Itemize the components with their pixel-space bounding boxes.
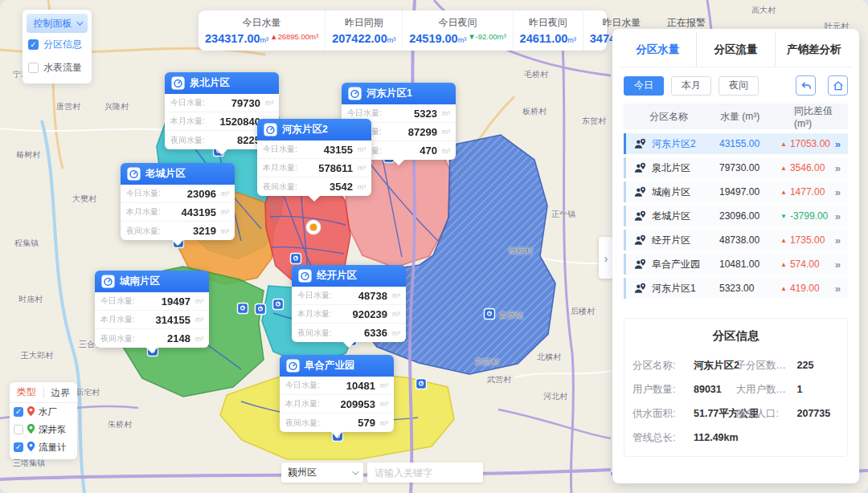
popup-metric-label: 本月水量:: [285, 398, 330, 409]
popup-metric-row: 本月水量:578611m³: [257, 159, 371, 177]
layer-toggle-水表流量[interactable]: 水表流量: [27, 56, 88, 79]
panel-collapse-handle[interactable]: ›: [599, 237, 613, 279]
checkbox-icon[interactable]: [14, 425, 23, 434]
stat-label: 今日水量: [205, 16, 318, 30]
popup-metric-value: 314155: [145, 314, 190, 326]
meter-marker-icon[interactable]: [416, 379, 427, 389]
row-yoy-value: 1477.00: [790, 186, 825, 198]
filter-month[interactable]: 本月: [671, 76, 711, 96]
map-legend: 类型 边界 ✓水厂深井泵✓流量计: [10, 382, 77, 459]
checkbox-icon[interactable]: ✓: [28, 39, 39, 50]
popup-metric-value: 1520840: [215, 116, 260, 128]
stats-bar: 今日水量234317.00m³▲26895.00m³昨日同期207422.00m…: [199, 10, 607, 51]
stat-昨日同期: 昨日同期207422.00m³: [325, 10, 402, 51]
map-label: 兴隆村: [104, 101, 129, 112]
selected-marker-icon[interactable]: [306, 220, 321, 234]
legend-tab-boundary[interactable]: 边界: [43, 387, 78, 398]
map-label: 高大村: [751, 5, 776, 16]
arrow-down-icon: ▼: [780, 213, 787, 220]
meter-marker-icon[interactable]: [238, 304, 248, 314]
legend-item-流量计[interactable]: ✓流量计: [10, 438, 77, 456]
popup-metric-unit: m³: [387, 291, 400, 299]
map-pin-icon: [26, 441, 36, 454]
popup-metric-value: 87299: [392, 126, 437, 138]
legend-item-深井泵[interactable]: 深井泵: [10, 421, 77, 438]
checkbox-icon[interactable]: ✓: [14, 407, 23, 417]
undo-button[interactable]: [796, 75, 816, 96]
time-filters: 今日 本月 夜间: [624, 75, 848, 96]
popup-metric-value: 443195: [171, 206, 216, 218]
control-panel-toggle[interactable]: 控制面板: [27, 14, 88, 33]
row-district-name: 城南片区: [652, 185, 719, 199]
stat-number: 24611.00: [520, 32, 568, 45]
district-popup[interactable]: 城南片区今日水量:19497m³本月水量:314155m³夜间水量:2148m³: [95, 271, 209, 352]
legend-tabs: 类型 边界: [10, 382, 77, 403]
district-popup-title: 城南片区: [120, 275, 160, 288]
district-popup-title: 老城片区: [145, 167, 186, 181]
table-row-老城片区[interactable]: 老城片区23096.00▼-3799.00»: [624, 206, 848, 226]
popup-metric-value: 79730: [215, 97, 260, 109]
legend-item-水厂[interactable]: ✓水厂: [10, 403, 77, 421]
undo-icon: [800, 80, 812, 92]
row-yoy-diff: ▲17053.00: [780, 138, 835, 149]
tab-nrw-analysis[interactable]: 产销差分析: [775, 32, 853, 67]
row-volume-value: 19497.00: [719, 186, 780, 198]
row-yoy-value: 574.00: [790, 259, 820, 270]
map-label: 博桥村: [509, 246, 533, 257]
row-yoy-diff: ▲1477.00: [780, 186, 835, 198]
info-field-value: 河东片区2: [694, 359, 739, 373]
district-marker-icon: [633, 258, 647, 271]
table-header: 分区名称 水量 (m³) 同比差值 (m³): [624, 104, 848, 129]
arrow-up-icon: ▲: [780, 261, 787, 268]
tab-partition-flow[interactable]: 分区流量: [696, 32, 774, 67]
chevron-down-icon: [352, 468, 358, 475]
row-district-name: 河东片区1: [652, 282, 719, 295]
district-popup[interactable]: 阜合产业园今日水量:10481m³本月水量:209953m³夜间水量:579m³: [280, 355, 394, 436]
legend-tab-type[interactable]: 类型: [10, 385, 43, 399]
popup-metric-label: 今日水量:: [126, 188, 171, 199]
district-popup[interactable]: 经开片区今日水量:48738m³本月水量:920239m³夜间水量:6336m³: [292, 265, 406, 346]
filter-night[interactable]: 夜间: [719, 76, 759, 96]
meter-marker-icon[interactable]: [291, 254, 301, 264]
home-button[interactable]: [828, 75, 848, 96]
row-volume-value: 23096.00: [719, 210, 780, 222]
district-popup[interactable]: 河东片区2今日水量:43155m³本月水量:578611m³夜间水量:3542m…: [257, 119, 371, 200]
row-yoy-diff: ▲419.00: [780, 283, 835, 294]
district-popup-body: 今日水量:48738m³本月水量:920239m³夜间水量:6336m³: [292, 287, 406, 342]
row-district-name: 老城片区: [652, 210, 719, 223]
filter-today[interactable]: 今日: [624, 76, 664, 96]
table-row-河东片区2[interactable]: 河东片区243155.00▲17053.00»: [624, 133, 848, 154]
meter-marker-icon[interactable]: [256, 304, 266, 315]
table-row-城南片区[interactable]: 城南片区19497.00▲1477.00»: [624, 181, 848, 202]
tab-partition-volume[interactable]: 分区水量: [619, 32, 696, 67]
map-pin-icon: [26, 405, 36, 418]
table-row-泉北片区[interactable]: 泉北片区79730.00▲3546.00»: [624, 157, 848, 178]
layer-toggle-分区信息[interactable]: ✓分区信息: [27, 33, 88, 56]
map-label: 朱桥村: [108, 419, 132, 430]
popup-metric-label: 夜间水量:: [297, 328, 342, 339]
table-row-阜合产业园[interactable]: 阜合产业园10481.00▲574.00»: [624, 254, 848, 275]
checkbox-icon[interactable]: ✓: [14, 442, 23, 452]
district-popup-header: 老城片区: [121, 163, 235, 185]
row-yoy-diff: ▲3546.00: [780, 162, 835, 173]
info-field-label: 用户数量:: [633, 383, 694, 397]
checkbox-icon[interactable]: [28, 63, 39, 73]
info-field: 分区名称:河东片区2: [633, 353, 736, 377]
info-field-label: 管线总长:: [633, 431, 694, 445]
map-pin-icon: [26, 423, 36, 436]
popup-metric-value: 43155: [308, 144, 353, 156]
popup-metric-value: 10481: [330, 380, 375, 392]
district-select[interactable]: 颍州区: [281, 462, 363, 483]
info-field-label: 分区名称:: [633, 359, 694, 373]
popup-metric-label: 今日水量:: [100, 295, 145, 307]
popup-metric-label: 今日水量:: [170, 97, 215, 108]
meter-marker-icon[interactable]: [485, 309, 495, 320]
district-gauge-icon: [127, 167, 141, 181]
table-row-河东片区1[interactable]: 河东片区15323.00▲419.00»: [624, 278, 848, 299]
map-label: 唐营村: [56, 101, 80, 112]
meter-marker-icon[interactable]: [273, 299, 284, 310]
table-row-经开片区[interactable]: 经开片区48738.00▲1735.00»: [624, 230, 848, 251]
district-popup[interactable]: 老城片区今日水量:23096m³本月水量:443195m³夜间水量:3219m³: [121, 163, 235, 244]
search-input[interactable]: [367, 462, 483, 483]
popup-metric-unit: m³: [437, 128, 450, 136]
